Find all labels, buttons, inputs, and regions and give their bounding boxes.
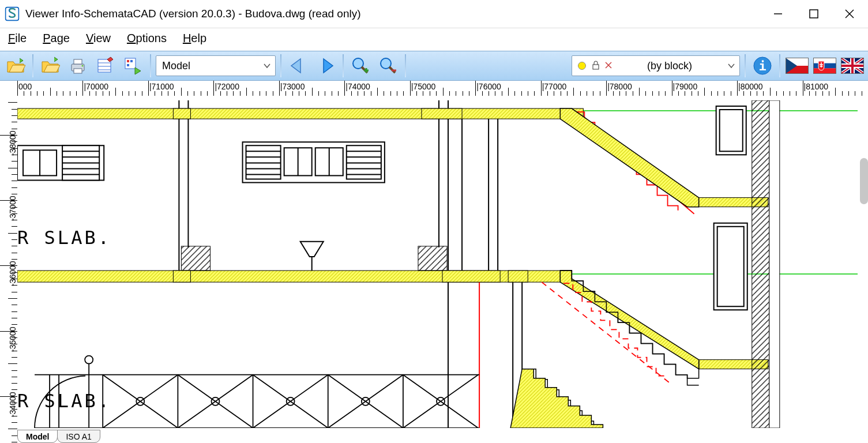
svg-rect-75 [418, 246, 447, 271]
svg-rect-116 [442, 271, 500, 282]
svg-rect-7 [74, 69, 82, 73]
svg-rect-29 [814, 63, 836, 69]
forward-button[interactable] [314, 54, 338, 78]
svg-rect-74 [181, 246, 210, 271]
menu-bar: File Page View Options Help [0, 28, 868, 51]
svg-rect-36 [17, 108, 583, 119]
model-combo[interactable]: Model [156, 55, 276, 76]
minimize-button[interactable] [771, 7, 785, 21]
drawing-canvas[interactable]: R SLAB. [17, 100, 858, 428]
layer-lock-icon [591, 60, 601, 72]
zoom-in-button[interactable] [348, 54, 373, 78]
svg-rect-13 [125, 58, 136, 69]
svg-rect-77 [752, 100, 769, 428]
horizontal-ruler: 000|70000|71000|72000|73000|74000|75000|… [17, 81, 868, 96]
svg-point-8 [82, 65, 84, 67]
vertical-scrollbar[interactable] [860, 158, 868, 204]
vertical-ruler: -38000-37000-36000-35000-34000 [0, 100, 17, 428]
open-file-button[interactable] [3, 54, 28, 78]
title-bar: Viewer Info-SchemataCAD (version 20.0.3)… [0, 0, 868, 28]
app-icon [5, 6, 20, 21]
menu-file[interactable]: File [8, 32, 27, 45]
svg-rect-82 [717, 227, 744, 306]
maximize-button[interactable] [807, 7, 821, 21]
svg-rect-28 [814, 58, 836, 63]
print-button[interactable] [66, 54, 90, 78]
layers-button[interactable] [93, 54, 118, 78]
menu-view[interactable]: View [86, 32, 111, 45]
svg-rect-117 [508, 271, 528, 282]
svg-rect-6 [74, 59, 82, 64]
layer-combo-text: (by block) [616, 60, 723, 72]
svg-rect-80 [720, 110, 743, 151]
svg-rect-113 [173, 108, 190, 119]
layer-color-swatch [578, 62, 586, 70]
chevron-down-icon [259, 62, 275, 70]
svg-rect-114 [422, 108, 462, 119]
back-button[interactable] [286, 54, 310, 78]
model-combo-text: Model [156, 60, 259, 72]
svg-rect-15 [127, 64, 129, 66]
zoom-out-button[interactable] [376, 54, 400, 78]
svg-rect-2 [810, 10, 818, 18]
open-folder-button[interactable] [38, 54, 62, 78]
tab-iso-a1[interactable]: ISO A1 [57, 430, 100, 443]
menu-help[interactable]: Help [183, 32, 206, 45]
window-title: Viewer Info-SchemataCAD (version 20.0.3)… [24, 7, 771, 20]
flag-sk-button[interactable] [813, 54, 837, 78]
svg-rect-16 [130, 60, 133, 62]
chevron-down-icon [723, 62, 739, 70]
menu-page[interactable]: Page [43, 32, 70, 45]
svg-rect-115 [173, 271, 190, 282]
sheet-tabs: Model ISO A1 [17, 429, 100, 443]
flag-cz-button[interactable] [785, 54, 809, 78]
svg-rect-78 [769, 100, 780, 428]
canvas-text-slab1: R SLAB. [17, 227, 111, 249]
tab-model[interactable]: Model [17, 430, 58, 443]
canvas-text-slab2: R SLAB. [17, 390, 111, 412]
toolbar: Model (by block) i [0, 51, 868, 81]
svg-rect-30 [814, 68, 836, 73]
export-button[interactable] [121, 54, 145, 78]
info-button[interactable]: i [750, 54, 775, 78]
close-button[interactable] [843, 7, 856, 21]
svg-point-92 [85, 356, 93, 364]
layer-delete-icon [604, 61, 613, 71]
svg-rect-21 [593, 65, 599, 69]
svg-rect-14 [127, 60, 129, 62]
layer-combo[interactable]: (by block) [572, 55, 740, 76]
flag-uk-button[interactable] [840, 54, 865, 78]
menu-options[interactable]: Options [127, 32, 167, 45]
workspace: -38000-37000-36000-35000-34000 [0, 100, 868, 428]
svg-text:i: i [758, 59, 766, 73]
